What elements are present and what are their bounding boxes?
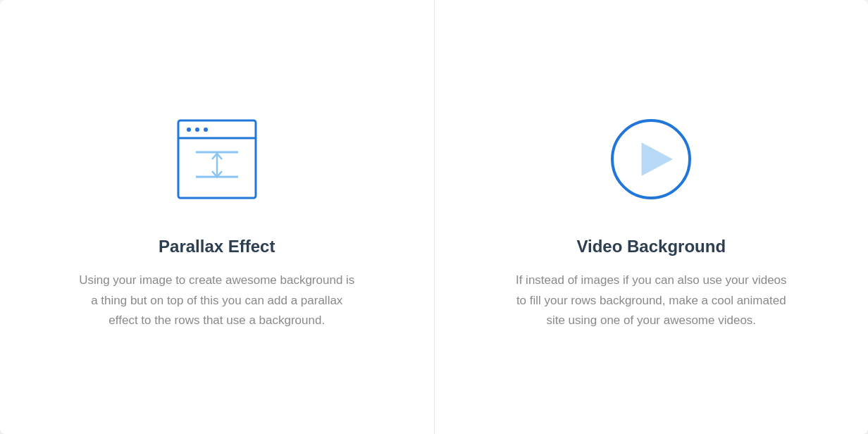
cards-container: Parallax Effect Using your image to crea… bbox=[0, 0, 868, 434]
video-title: Video Background bbox=[576, 237, 726, 256]
video-icon-wrapper bbox=[595, 103, 707, 216]
svg-marker-10 bbox=[642, 143, 672, 175]
svg-point-2 bbox=[187, 128, 191, 132]
video-play-icon bbox=[602, 110, 700, 209]
video-card: Video Background If instead of images if… bbox=[435, 0, 869, 434]
parallax-icon-wrapper bbox=[161, 103, 273, 216]
parallax-description: Using your image to create awesome backg… bbox=[76, 271, 358, 332]
svg-point-3 bbox=[195, 128, 199, 132]
parallax-card: Parallax Effect Using your image to crea… bbox=[0, 0, 435, 434]
parallax-title: Parallax Effect bbox=[159, 237, 275, 256]
parallax-icon bbox=[168, 113, 266, 205]
video-description: If instead of images if you can also use… bbox=[510, 271, 792, 332]
svg-point-4 bbox=[204, 128, 208, 132]
